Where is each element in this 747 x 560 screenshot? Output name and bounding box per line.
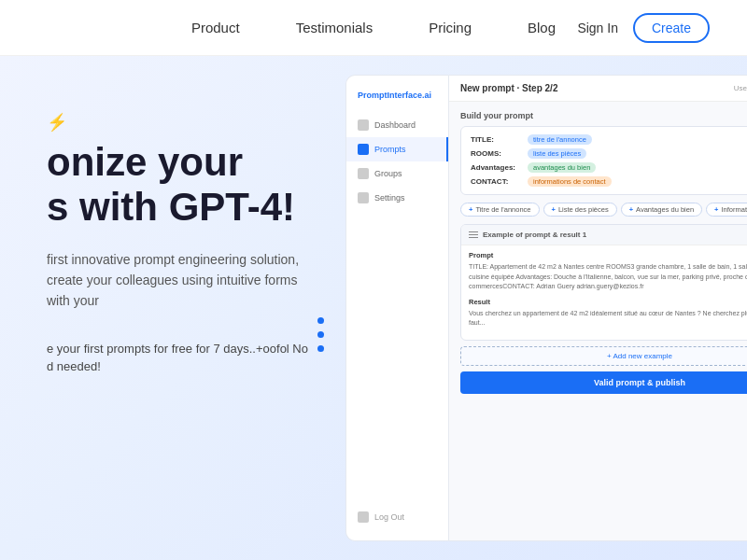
build-prompt-label: Build your prompt xyxy=(460,111,747,120)
add-example-button[interactable]: + Add new example xyxy=(460,346,747,366)
hero-subtitle: first innovative prompt engineering solu… xyxy=(47,249,308,312)
chip-contact[interactable]: + Informations de contact xyxy=(706,203,747,217)
token-counter: Used tokens: 1563 / 4024 xyxy=(734,84,747,92)
menu-icon xyxy=(469,231,478,239)
hero-content: ⚡ onize your s with GPT-4! first innovat… xyxy=(0,56,355,560)
chip-advantages-label: Avantages du bien xyxy=(636,205,694,214)
sidebar-prompts-label: Prompts xyxy=(374,145,406,154)
field-contact: CONTACT: informations de contact xyxy=(471,176,747,187)
signin-button[interactable]: Sign In xyxy=(577,21,618,35)
logout-button[interactable]: Log Out xyxy=(346,505,448,529)
create-button[interactable]: Create xyxy=(633,13,710,43)
example-header-left: Example of prompt & result 1 xyxy=(469,231,586,239)
prompt-section-label: Prompt xyxy=(469,251,747,259)
chip-pieces[interactable]: + Liste des pièces xyxy=(543,203,617,217)
plus-icon: + xyxy=(469,205,472,214)
title-tag: titre de l'annonce xyxy=(528,134,592,145)
hero-title: onize your s with GPT-4! xyxy=(47,140,355,231)
sidebar-item-settings[interactable]: Settings xyxy=(346,186,448,210)
hero-cta: e your first prompts for free for 7 days… xyxy=(47,340,308,376)
hero-title-line2: s with GPT-4! xyxy=(47,185,295,229)
dot-2 xyxy=(317,331,324,338)
example-header: Example of prompt & result 1 🗑 xyxy=(461,225,747,245)
dots-decoration xyxy=(317,317,324,352)
sidebar-settings-label: Settings xyxy=(374,193,405,203)
plus-icon-4: + xyxy=(714,205,718,214)
sidebar-logo: PromptInterface.ai xyxy=(346,87,448,113)
navbar: Product Testimonials Pricing Blog Sign I… xyxy=(0,0,747,56)
chip-contact-label: Informations de contact xyxy=(721,205,747,214)
chip-pieces-label: Liste des pièces xyxy=(558,205,609,214)
field-title: TITLE: titre de l'annonce xyxy=(471,134,747,145)
example-title: Example of prompt & result 1 xyxy=(483,231,586,239)
nav-right: Sign In Create xyxy=(577,13,710,43)
field-advantages: Advantages: avantages du bien xyxy=(471,162,747,173)
chip-titre[interactable]: + Titre de l'annonce xyxy=(460,203,540,217)
nav-testimonials[interactable]: Testimonials xyxy=(296,20,374,35)
field-rooms: ROOMS: liste des pièces xyxy=(471,148,747,159)
sidebar-groups-label: Groups xyxy=(374,169,402,178)
app-mockup: PromptInterface.ai Dashboard Prompts Gro… xyxy=(345,75,747,541)
step-title: New prompt · Step 2/2 xyxy=(460,83,557,93)
nav-product[interactable]: Product xyxy=(191,20,240,35)
hero-section: ⚡ onize your s with GPT-4! first innovat… xyxy=(0,56,747,560)
users-icon xyxy=(358,168,369,179)
publish-button[interactable]: Valid prompt & publish xyxy=(460,371,747,394)
example-body: Prompt TITLE: Appartement de 42 m2 à Nan… xyxy=(461,245,747,340)
plus-icon-2: + xyxy=(552,205,556,214)
hero-accent: ⚡ xyxy=(47,112,355,133)
app-sidebar: PromptInterface.ai Dashboard Prompts Gro… xyxy=(345,75,448,541)
title-label: TITLE: xyxy=(471,135,522,144)
contact-label: CONTACT: xyxy=(471,177,522,186)
prompt-fields: TITLE: titre de l'annonce ROOMS: liste d… xyxy=(460,126,747,195)
sidebar-dashboard-label: Dashboard xyxy=(374,120,416,130)
contact-tag: informations de contact xyxy=(528,176,612,187)
rooms-tag: liste des pièces xyxy=(528,148,586,159)
chips-row: + Titre de l'annonce + Liste des pièces … xyxy=(460,203,747,217)
app-panel-header: New prompt · Step 2/2 Used tokens: 1563 … xyxy=(449,76,747,102)
result-text: Vous cherchez un appartement de 42 m2 id… xyxy=(469,309,747,329)
logout-icon xyxy=(358,511,369,523)
nav-blog[interactable]: Blog xyxy=(528,20,556,35)
chip-titre-label: Titre de l'annonce xyxy=(475,205,530,214)
dot-1 xyxy=(317,317,324,324)
dot-3 xyxy=(317,345,324,352)
sidebar-item-prompts[interactable]: Prompts xyxy=(346,137,448,161)
logout-label: Log Out xyxy=(374,512,404,522)
grid-icon xyxy=(358,119,369,131)
gear-icon xyxy=(358,192,369,203)
hero-title-line1: onize your xyxy=(47,140,243,184)
nav-links: Product Testimonials Pricing Blog xyxy=(191,20,556,35)
advantages-tag: avantages du bien xyxy=(528,162,596,173)
plus-icon-3: + xyxy=(629,205,633,214)
sidebar-item-groups[interactable]: Groups xyxy=(346,161,448,186)
sidebar-item-dashboard[interactable]: Dashboard xyxy=(346,113,448,137)
chip-advantages[interactable]: + Avantages du bien xyxy=(621,203,702,217)
lightning-icon: ⚡ xyxy=(47,112,67,133)
app-panel-content: Build your prompt TITLE: titre de l'anno… xyxy=(449,102,747,540)
result-section-label: Result xyxy=(469,298,747,306)
rooms-label: ROOMS: xyxy=(471,149,522,158)
app-main-panel: New prompt · Step 2/2 Used tokens: 1563 … xyxy=(448,75,747,541)
nav-pricing[interactable]: Pricing xyxy=(429,20,472,35)
advantages-label: Advantages: xyxy=(471,163,522,172)
prompt-text: TITLE: Appartement de 42 m2 à Nantes cen… xyxy=(469,262,747,292)
example-block: Example of prompt & result 1 🗑 Prompt TI… xyxy=(460,224,747,341)
file-icon xyxy=(358,144,369,155)
